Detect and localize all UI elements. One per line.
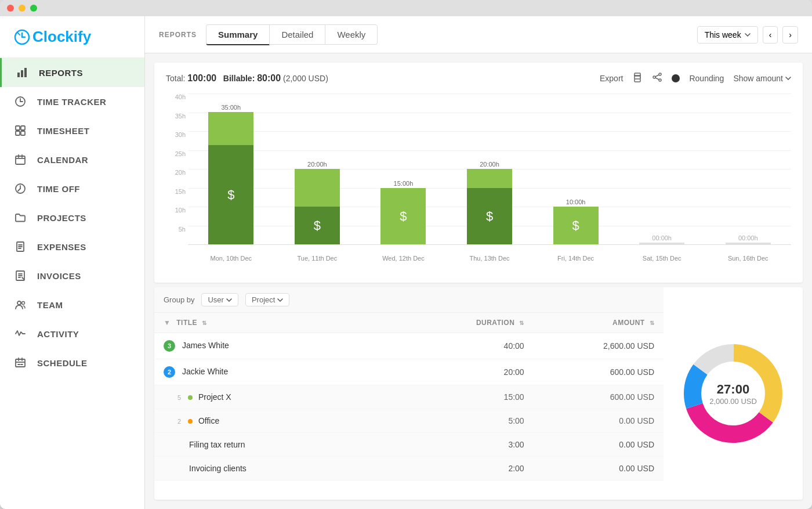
sidebar-item-reports[interactable]: REPORTS: [0, 58, 144, 87]
sidebar-item-projects[interactable]: PROJECTS: [0, 203, 144, 232]
svg-rect-1: [17, 73, 20, 77]
badge-office: 2: [177, 418, 181, 425]
cell-duration-jackie: 20:00: [409, 359, 534, 385]
bar-sun[interactable]: 00:00h: [705, 93, 791, 244]
bar-fri[interactable]: 10:00h $: [532, 93, 619, 244]
receipt-icon: [14, 240, 27, 253]
period-selector[interactable]: This week: [697, 26, 758, 44]
bar-top-mon: [208, 112, 253, 145]
sort-duration-icon[interactable]: ⇅: [519, 320, 524, 326]
app-window: Clockify REPORTS TIME TRACKER: [0, 0, 812, 509]
logo-text: Clockify: [14, 28, 130, 46]
x-label-mon: Mon, 10th Dec: [188, 250, 274, 273]
table-row[interactable]: 5 Project X 15:00 600.00 USD: [154, 385, 664, 409]
sidebar-item-timesheet[interactable]: TIMESHEET: [0, 116, 144, 145]
svg-point-18: [640, 77, 641, 78]
table-row[interactable]: Invoicing clients 2:00 0.00 USD: [154, 457, 664, 481]
grid-label-15h: 15h: [175, 188, 186, 195]
bar-mon[interactable]: 35:00h $: [188, 93, 274, 244]
cell-duration-projectx: 15:00: [409, 385, 534, 409]
table-section: Group by User Project: [154, 287, 803, 500]
cell-duration-james: 40:00: [409, 333, 534, 359]
schedule-icon: [14, 356, 27, 369]
bar-label-sun: 00:00h: [738, 234, 758, 241]
table-row[interactable]: 2 Jackie White 20:00 600.00 USD: [154, 359, 664, 385]
sidebar-item-time-tracker[interactable]: TIME TRACKER: [0, 87, 144, 116]
logo-icon: [14, 29, 30, 45]
minimize-dot[interactable]: [19, 5, 26, 12]
group-user-pill[interactable]: User: [201, 293, 238, 306]
table-row[interactable]: 3 James White 40:00 2,600.00 USD: [154, 333, 664, 359]
name-jackie: Jackie White: [182, 367, 228, 376]
grid-label-20h: 20h: [175, 169, 186, 176]
sidebar-item-team[interactable]: TEAM: [0, 290, 144, 319]
x-label-thu: Thu, 13th Dec: [447, 250, 533, 273]
table-row[interactable]: 2 Office 5:00 0.00 USD: [154, 409, 664, 433]
svg-rect-16: [635, 79, 640, 82]
svg-point-14: [22, 302, 25, 305]
header-left: REPORTS Summary Detailed Weekly: [159, 24, 377, 45]
dollar-thu: $: [486, 209, 493, 224]
bar-sat[interactable]: 00:00h: [619, 93, 705, 244]
logo: Clockify: [0, 16, 144, 58]
sidebar-label-calendar: CALENDAR: [37, 155, 88, 165]
prev-period-button[interactable]: ‹: [763, 26, 778, 44]
bar-thu[interactable]: 20:00h $: [447, 93, 533, 244]
svg-rect-8: [21, 131, 25, 135]
group-by-bar: Group by User Project: [154, 287, 664, 313]
sidebar-item-calendar[interactable]: CALENDAR: [0, 145, 144, 174]
sidebar-label-schedule: SCHEDULE: [37, 358, 88, 368]
sort-title-icon[interactable]: ⇅: [202, 320, 207, 326]
table-row[interactable]: Filing tax return 3:00 0.00 USD: [154, 433, 664, 457]
sidebar-item-activity[interactable]: ACTIVITY: [0, 319, 144, 348]
dollar-fri: $: [572, 218, 579, 233]
bar-tue[interactable]: 20:00h $: [274, 93, 361, 244]
sidebar-item-expenses[interactable]: EXPENSES: [0, 232, 144, 261]
bar-label-sat: 00:00h: [652, 234, 672, 241]
col-duration: DURATION ⇅: [409, 313, 534, 333]
dollar-wed: $: [400, 209, 407, 224]
export-button[interactable]: Export: [600, 74, 623, 83]
bar-top-tue: [295, 169, 340, 207]
user-pill-chevron-icon: [226, 298, 232, 302]
sort-amount-icon[interactable]: ⇅: [650, 320, 655, 326]
tab-detailed[interactable]: Detailed: [269, 24, 325, 45]
cell-amount-james: 2,600.00 USD: [534, 333, 664, 359]
svg-point-21: [659, 79, 661, 81]
grid-label-25h: 25h: [175, 150, 186, 157]
header-right: This week ‹ ›: [697, 26, 798, 44]
table-left: Group by User Project: [154, 287, 664, 500]
maximize-dot[interactable]: [30, 5, 37, 12]
cell-duration-filing: 3:00: [409, 433, 534, 457]
badge-projectx: 5: [177, 394, 181, 401]
share-icon[interactable]: [652, 72, 662, 84]
print-icon[interactable]: [632, 72, 643, 84]
bar-stack-sat: [639, 243, 684, 244]
tab-summary[interactable]: Summary: [206, 24, 270, 45]
folder-icon: [14, 211, 27, 224]
next-period-button[interactable]: ›: [782, 26, 798, 44]
cell-name-james: 3 James White: [154, 333, 409, 359]
billable-amount: (2,000 USD): [283, 74, 328, 83]
tab-weekly[interactable]: Weekly: [325, 24, 378, 45]
bar-stack-wed: $: [380, 188, 426, 244]
bar-stack-tue: $: [295, 169, 340, 244]
expand-all-icon[interactable]: ▼: [164, 319, 171, 327]
sidebar-item-time-off[interactable]: TIME OFF: [0, 174, 144, 203]
sidebar-item-invoices[interactable]: INVOICES: [0, 261, 144, 290]
cell-name-office: 2 Office: [154, 409, 409, 433]
show-amount-button[interactable]: Show amount: [733, 74, 791, 83]
bar-bottom-tue: $: [295, 207, 340, 244]
bar-wed[interactable]: 15:00h $: [360, 93, 447, 244]
sidebar-label-invoices: INVOICES: [37, 271, 81, 281]
close-dot[interactable]: [7, 5, 14, 12]
cell-amount-invoicing: 0.00 USD: [534, 457, 664, 481]
total-label: Total:: [166, 74, 185, 83]
rounding-label[interactable]: Rounding: [689, 74, 724, 83]
svg-point-20: [653, 76, 655, 78]
x-label-wed: Wed, 12th Dec: [360, 250, 447, 273]
sidebar-item-schedule[interactable]: SCHEDULE: [0, 348, 144, 377]
color-dot[interactable]: [672, 74, 680, 82]
bar-label-tue: 20:00h: [307, 161, 327, 168]
group-project-pill[interactable]: Project: [245, 293, 289, 306]
